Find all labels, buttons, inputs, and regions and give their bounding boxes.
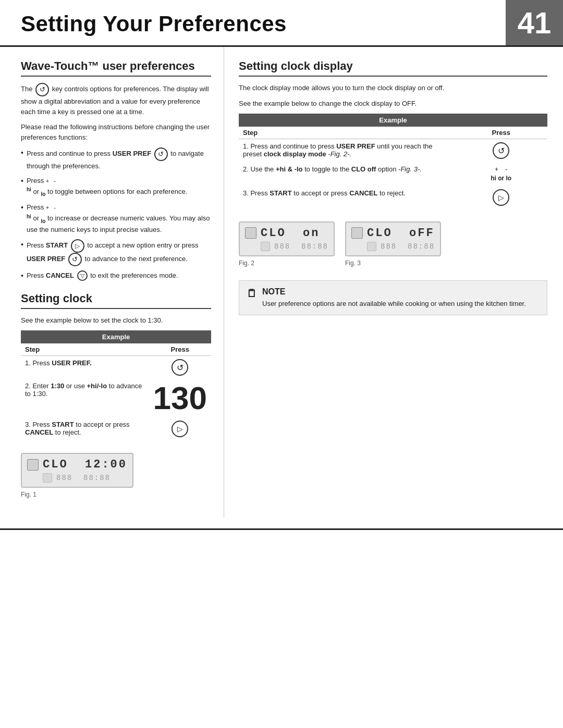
fig1-display-main-row: CLO 12:00: [27, 458, 127, 471]
fig3-display-main-text: CLO oFF: [367, 227, 435, 240]
fig2-display-sub-row: 888 88:88: [261, 242, 328, 251]
table-subheader-row: Step Press: [21, 343, 211, 356]
left-column: Wave-Touch™ user preferences The ↺ key c…: [0, 47, 224, 518]
bullet-text: Press + -hi or lo to toggle between opti…: [27, 176, 211, 198]
note-icon: 🗒: [247, 288, 257, 300]
clock-example-table: Example Step Press 1. Press USER PREF. ↺…: [21, 330, 211, 440]
section1-note: Please read the following instructions b…: [21, 122, 211, 142]
section2-title: Setting clock: [21, 292, 211, 309]
content-area: Wave-Touch™ user preferences The ↺ key c…: [0, 47, 563, 518]
press-upref-icon: ↺: [172, 359, 188, 376]
right-column: Setting clock display The clock display …: [224, 47, 563, 518]
page-footer: [0, 528, 563, 530]
fig2-display-main-text: CLO on: [261, 227, 320, 240]
press-start-icon-right: ▷: [493, 189, 509, 206]
plus-minus-label: + -: [459, 165, 543, 174]
table-row: 1. Press and continue to press USER PREF…: [239, 139, 547, 163]
list-item: • Press CANCEL to exit the preferences m…: [21, 270, 211, 281]
list-item: • Press + -hi or lo to increase or decre…: [21, 202, 211, 235]
upref-icon-bullet1: ↺: [154, 147, 168, 161]
fig1-display-wrapper: CLO 12:00 888 88:88 Fig. 1: [21, 448, 211, 498]
upref-icon-inline: ↺: [35, 83, 49, 96]
clock-display-example-table: Example Step Press 1. Press and continue…: [239, 114, 547, 209]
fig1-display-main-text: CLO 12:00: [43, 458, 127, 471]
table-row: 2. Use the +hi & -lo to toggle to the CL…: [239, 162, 547, 186]
step-cell: 2. Enter 1:30 or use +hi/-lo to advance …: [21, 379, 149, 417]
bullet-text: Press CANCEL to exit the preferences mod…: [27, 270, 211, 281]
fig1-display-sub-row: 888 88:88: [43, 473, 127, 483]
press-cell: ▷: [455, 186, 547, 209]
section1-intro: The ↺ key controls options for preferenc…: [21, 83, 211, 117]
press-cell: ▷: [149, 417, 211, 440]
displays-row: CLO on 888 88:88 Fig. 2 CLO oFF: [239, 216, 547, 274]
bullet-dot: •: [21, 270, 23, 281]
note-text: User preference options are not availabl…: [262, 299, 526, 309]
fig2-display-panel: CLO on 888 88:88: [239, 221, 335, 256]
bullet-dot: •: [21, 147, 23, 158]
step-cell: 2. Use the +hi & -lo to toggle to the CL…: [239, 162, 455, 186]
press-hilo-display: + - hi or lo: [459, 165, 543, 183]
plus-minus: + -: [46, 178, 56, 184]
page-title: Setting Your Preferences: [21, 11, 287, 36]
bullet-dot: •: [21, 176, 23, 187]
fig3-display-panel: CLO oFF 888 88:88: [345, 221, 441, 256]
press-cell: 130: [149, 379, 211, 417]
section1-title: Wave-Touch™ user preferences: [21, 59, 211, 77]
fig2-sub-icon: [261, 242, 270, 251]
fig1-display-panel: CLO 12:00 888 88:88: [21, 453, 133, 488]
start-icon: ▷: [71, 239, 84, 253]
col-press-header: Press: [455, 127, 547, 139]
fig3-sub-icon: [367, 242, 376, 251]
table-subheader-row: Step Press: [239, 127, 547, 139]
table-row: 3. Press START to accept or press CANCEL…: [21, 417, 211, 440]
list-item: • Press START ▷ to accept a new option e…: [21, 239, 211, 266]
fig3-display-sub-row: 888 88:88: [367, 242, 435, 251]
bullet-dot: •: [21, 239, 23, 250]
bullet-dot: •: [21, 202, 23, 213]
note-box: 🗒 NOTE User preference options are not a…: [239, 280, 547, 316]
step-cell: 1. Press and continue to press USER PREF…: [239, 139, 455, 163]
fig2-wrapper: CLO on 888 88:88 Fig. 2: [239, 216, 335, 274]
table-header-row: Example: [21, 330, 211, 343]
list-item: • Press + -hi or lo to toggle between op…: [21, 176, 211, 198]
press-cell: + - hi or lo: [455, 162, 547, 186]
fig3-wrapper: CLO oFF 888 88:88 Fig. 3: [345, 216, 441, 274]
bullet-text: Press and continue to press USER PREF ↺ …: [27, 147, 211, 171]
note-content: NOTE User preference options are not ava…: [262, 287, 526, 309]
table-header-cell: Example: [239, 114, 547, 127]
table-row: 1. Press USER PREF. ↺: [21, 356, 211, 379]
table-header-row: Example: [239, 114, 547, 127]
upref-icon-bullet4: ↺: [68, 253, 82, 266]
right-section-title: Setting clock display: [239, 59, 547, 77]
bullet-list: • Press and continue to press USER PREF …: [21, 147, 211, 281]
step-cell: 1. Press USER PREF.: [21, 356, 149, 379]
page-header: Setting Your Preferences 41: [0, 0, 563, 47]
fig3-label: Fig. 3: [345, 260, 441, 267]
table-header-cell: Example: [21, 330, 211, 343]
plus-minus: + -: [46, 204, 56, 211]
list-item: • Press and continue to press USER PREF …: [21, 147, 211, 171]
section2-intro: See the example below to set the clock t…: [21, 315, 211, 326]
col-step-header: Step: [21, 343, 149, 356]
fig1-label: Fig. 1: [21, 491, 211, 498]
press-upref-icon-right: ↺: [493, 142, 509, 159]
table-row: 2. Enter 1:30 or use +hi/-lo to advance …: [21, 379, 211, 417]
fig2-display-sub-text: 888 88:88: [274, 242, 328, 251]
fig1-display-sub-text: 888 88:88: [56, 474, 111, 482]
fig1-display-icon: [27, 459, 39, 471]
hi-lo-label: hi or lo: [459, 174, 543, 183]
col-press-header: Press: [149, 343, 211, 356]
step-cell: 3. Press START to accept or press CANCEL…: [239, 186, 455, 209]
press-cell: ↺: [149, 356, 211, 379]
note-title: NOTE: [262, 287, 526, 297]
press-start-icon: ▷: [172, 421, 188, 437]
large-number-display: 130: [153, 382, 207, 414]
page-number: 41: [506, 0, 563, 45]
fig3-display-icon: [351, 227, 363, 239]
fig2-label: Fig. 2: [239, 260, 335, 267]
bullet-text: Press START ▷ to accept a new option ent…: [27, 239, 211, 266]
fig1-sub-icon: [43, 473, 52, 483]
table-row: 3. Press START to accept or press CANCEL…: [239, 186, 547, 209]
cancel-icon: [77, 270, 88, 281]
press-cell: ↺: [455, 139, 547, 163]
